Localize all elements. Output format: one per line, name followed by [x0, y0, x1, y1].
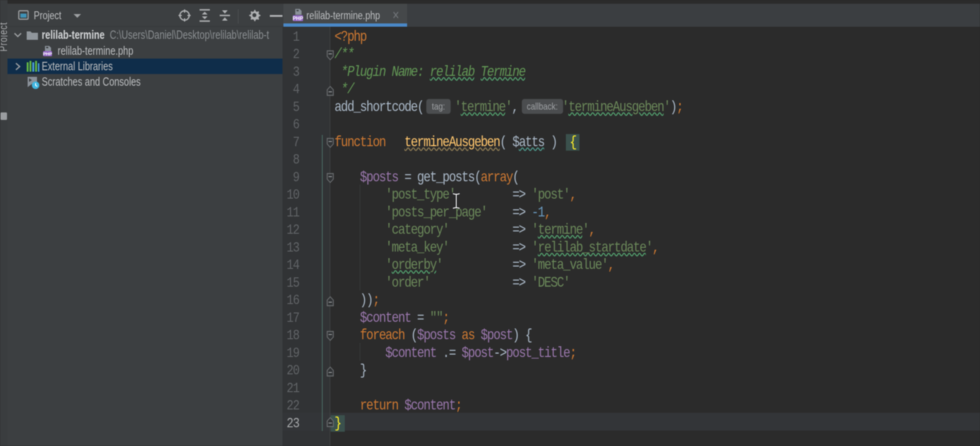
svg-text:PHP: PHP: [43, 51, 52, 56]
svg-text:PHP: PHP: [293, 15, 303, 21]
